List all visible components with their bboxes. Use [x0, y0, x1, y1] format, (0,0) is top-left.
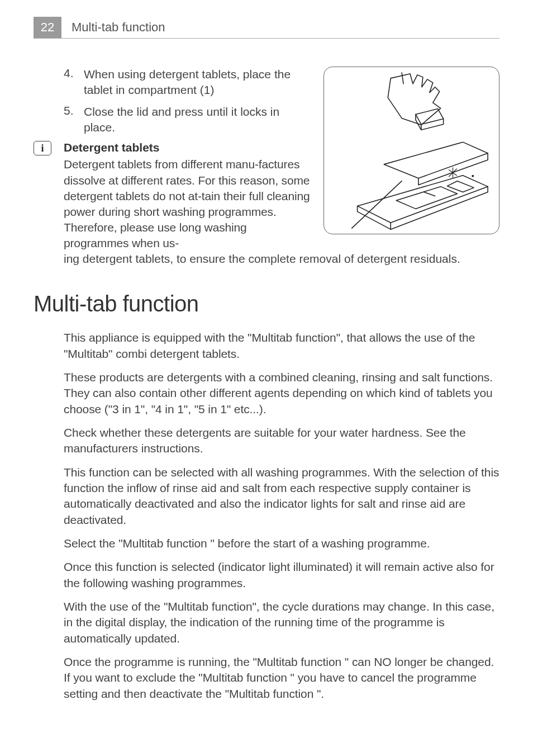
content-area: 4. When using detergent tablets, place t…: [0, 39, 533, 702]
info-heading: Detergent tablets: [64, 141, 313, 154]
body-paragraph: Check whether these detergents are suita…: [64, 425, 499, 457]
running-title: Multi-tab function: [61, 17, 165, 38]
info-paragraph: Detergent tablets from different manu-fa…: [64, 157, 313, 251]
info-icon-wrap: i: [34, 141, 64, 155]
section-heading: Multi-tab function: [34, 291, 499, 316]
top-columns: 4. When using detergent tablets, place t…: [34, 67, 499, 251]
section-body: This appliance is equipped with the "Mul…: [64, 330, 499, 702]
list-number: 4.: [64, 67, 84, 80]
body-paragraph: Select the "Multitab function " before t…: [64, 536, 499, 551]
body-paragraph: This function can be selected with all w…: [64, 465, 499, 528]
list-text: When using detergent tablets, place the …: [84, 67, 313, 98]
body-paragraph: This appliance is equipped with the "Mul…: [64, 330, 499, 362]
svg-point-0: [472, 175, 474, 177]
body-paragraph: Once this function is selected (indicato…: [64, 559, 499, 591]
illustration: [323, 67, 499, 234]
list-item: 5. Close the lid and press until it lock…: [64, 104, 313, 136]
info-icon: i: [34, 141, 51, 155]
step-list: 4. When using detergent tablets, place t…: [64, 67, 313, 135]
page-header: 22 Multi-tab function: [34, 17, 499, 39]
list-item: 4. When using detergent tablets, place t…: [64, 67, 313, 98]
body-paragraph: Once the programme is running, the "Mult…: [64, 654, 499, 702]
info-paragraph-continued: ing detergent tablets, to ensure the com…: [64, 251, 499, 267]
body-paragraph: With the use of the "Multitab function",…: [64, 599, 499, 646]
left-column: 4. When using detergent tablets, place t…: [34, 67, 313, 251]
tablet-dispenser-illustration-icon: [324, 67, 499, 234]
info-block: i Detergent tablets Detergent tablets fr…: [34, 141, 313, 251]
page-number: 22: [34, 17, 61, 38]
list-number: 5.: [64, 104, 84, 117]
body-paragraph: These products are detergents with a com…: [64, 370, 499, 417]
list-text: Close the lid and press until it locks i…: [84, 104, 313, 136]
info-body: Detergent tablets Detergent tablets from…: [64, 141, 313, 251]
